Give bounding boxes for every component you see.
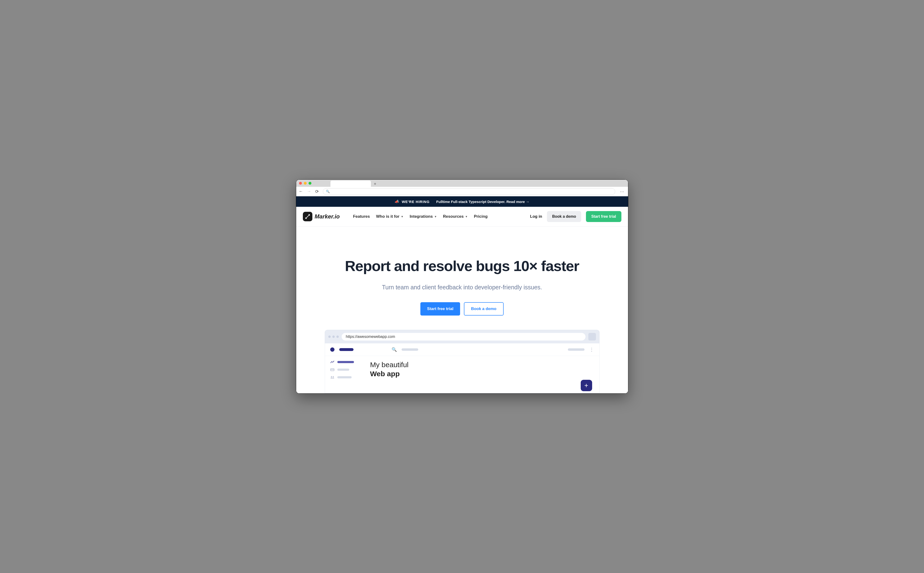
mock-sidebar-item [330, 368, 363, 371]
mock-browser-chrome: https://awesomewebapp.com [325, 330, 599, 343]
logo-icon [303, 212, 313, 221]
main-nav: Features Who is it for▼ Integrations▼ Re… [353, 214, 524, 219]
browser-window: + ← → ⟳ 🔍 ⋯ 📣 WE'RE HIRING Fulltime Full… [296, 179, 628, 394]
mock-dot [328, 335, 331, 338]
hero-start-trial-button[interactable]: Start free trial [421, 302, 460, 316]
mock-placeholder-bar [337, 376, 352, 378]
tab-strip: + [330, 180, 378, 187]
minimize-window-button[interactable] [304, 182, 306, 185]
start-free-trial-button[interactable]: Start free trial [586, 211, 621, 222]
nav-integrations[interactable]: Integrations▼ [410, 214, 437, 219]
search-icon: 🔍 [392, 347, 397, 352]
hero-section: Report and resolve bugs 10× faster Turn … [296, 227, 628, 330]
card-icon [330, 368, 335, 371]
browser-titlebar: + [296, 180, 628, 187]
book-demo-button[interactable]: Book a demo [547, 211, 581, 222]
close-window-button[interactable] [299, 182, 302, 185]
mock-dot [336, 335, 339, 338]
kebab-menu-icon: ⋮ [589, 347, 594, 352]
mock-placeholder-bar [337, 361, 354, 363]
header-actions: Log in Book a demo Start free trial [530, 211, 621, 222]
hiring-link[interactable]: Fulltime Full-stack Typescript Developer… [436, 200, 530, 204]
chart-icon [330, 360, 335, 363]
mock-sidebar-item [330, 360, 363, 363]
nav-resources[interactable]: Resources▼ [443, 214, 468, 219]
login-link[interactable]: Log in [530, 214, 542, 219]
maximize-window-button[interactable] [308, 182, 311, 185]
chevron-down-icon: ▼ [465, 215, 468, 218]
hero-subtitle: Turn team and client feedback into devel… [306, 284, 619, 291]
mock-sidebar [325, 356, 368, 393]
users-icon [330, 376, 335, 379]
mock-app: 🔍 ⋮ [325, 343, 599, 393]
nav-who-is-it-for[interactable]: Who is it for▼ [376, 214, 403, 219]
forward-button[interactable]: → [306, 189, 311, 194]
site-header: Marker.io Features Who is it for▼ Integr… [296, 207, 628, 227]
product-illustration: https://awesomewebapp.com 🔍 ⋮ [296, 330, 628, 393]
page-content: 📣 WE'RE HIRING Fulltime Full-stack Types… [296, 196, 628, 393]
hiring-badge: 📣 WE'RE HIRING [395, 199, 430, 204]
browser-menu-button[interactable]: ⋯ [619, 189, 626, 194]
hiring-label: WE'RE HIRING [402, 200, 430, 204]
mock-placeholder-bar [337, 369, 349, 371]
browser-toolbar: ← → ⟳ 🔍 ⋯ [296, 187, 628, 196]
svg-point-3 [333, 376, 334, 377]
announcement-banner: 📣 WE'RE HIRING Fulltime Full-stack Types… [296, 196, 628, 207]
hero-book-demo-button[interactable]: Book a demo [464, 302, 503, 316]
traffic-lights [299, 182, 311, 185]
mock-dot [332, 335, 335, 338]
chevron-down-icon: ▼ [401, 215, 403, 218]
address-bar[interactable]: 🔍 [323, 188, 615, 195]
mock-avatar [330, 348, 335, 352]
logo[interactable]: Marker.io [303, 212, 340, 221]
megaphone-icon: 📣 [395, 199, 399, 204]
mock-placeholder-bar [339, 348, 353, 351]
mock-sidebar-item [330, 376, 363, 379]
mock-placeholder-bar [568, 348, 585, 351]
mock-app-body: My beautifulWeb app + [325, 356, 599, 393]
mock-traffic-lights [328, 335, 339, 338]
hero-title: Report and resolve bugs 10× faster [306, 257, 619, 274]
mock-app-topbar: 🔍 ⋮ [325, 343, 599, 356]
mock-placeholder-bar [402, 348, 418, 351]
nav-pricing[interactable]: Pricing [474, 214, 488, 219]
add-button: + [581, 380, 592, 391]
svg-point-2 [331, 376, 332, 377]
mock-extension-icon [588, 333, 596, 341]
mock-app-title: My beautifulWeb app [370, 360, 597, 378]
new-tab-button[interactable]: + [372, 181, 378, 187]
search-icon: 🔍 [326, 189, 330, 193]
brand-name: Marker.io [315, 213, 340, 220]
reload-button[interactable]: ⟳ [315, 189, 319, 194]
mock-url-bar: https://awesomewebapp.com [342, 333, 585, 341]
mock-main-content: My beautifulWeb app + [368, 356, 599, 393]
browser-tab[interactable] [330, 181, 371, 187]
back-button[interactable]: ← [299, 189, 303, 194]
nav-features[interactable]: Features [353, 214, 370, 219]
hero-ctas: Start free trial Book a demo [306, 302, 619, 316]
chevron-down-icon: ▼ [434, 215, 437, 218]
